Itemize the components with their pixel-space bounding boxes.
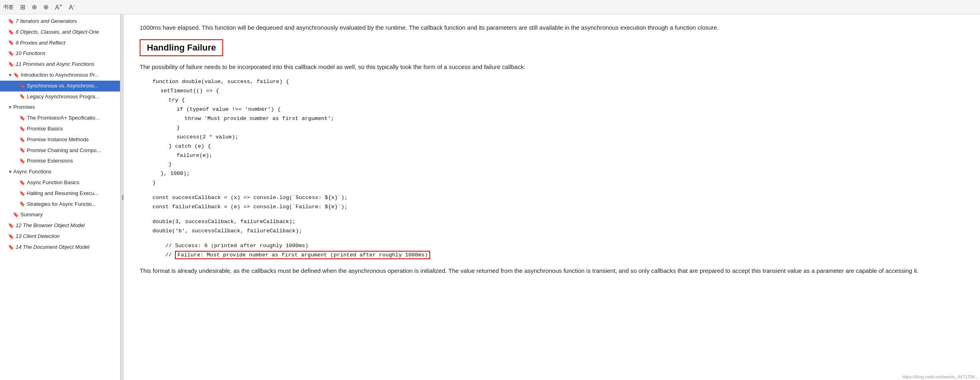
code-line-call1: double(3, successCallback, failureCallba… — [152, 217, 964, 227]
intro-paragraph: 1000ms have elapsed. This function will … — [140, 22, 964, 33]
bookmark-icon-promise-extensions: 🔖 — [19, 157, 25, 165]
toolbar-btn-3[interactable]: ⊕ — [42, 2, 50, 12]
code-line-11: }, 1000); — [152, 169, 964, 179]
sidebar-label-proxies: 9 Proxies and Reflect — [16, 39, 65, 47]
code-block: function double(value, success, failure)… — [140, 77, 964, 188]
toolbar-btn-2[interactable]: ⊕ — [30, 2, 39, 12]
sidebar-label-iterators: 7 Iterators and Generators — [16, 17, 77, 26]
code-line-call2: double('b', successCallback, failureCall… — [152, 227, 964, 236]
sidebar-label-async-functions: Async Functions — [13, 168, 51, 176]
sidebar-item-promise-extensions[interactable]: 🔖Promise Extensions — [0, 156, 120, 167]
output-line-1: // Success: 6 (printed after roughly 100… — [152, 242, 964, 251]
sidebar-label-objects: 8 Objects, Classes, and Object-Orie — [16, 28, 99, 37]
sidebar-label-legacy-async: Legacy Asynchronous Progra... — [27, 93, 100, 101]
bookmark-icon-legacy-async: 🔖 — [19, 93, 25, 100]
para2: This format is already undesirable, as t… — [140, 266, 964, 276]
sidebar-item-promise-basics[interactable]: 🔖Promise Basics — [0, 124, 120, 134]
section-heading: Handling Failure — [140, 39, 223, 56]
bookmark-icon-proxies: 🔖 — [8, 39, 14, 47]
sidebar-label-dom: 14 The Document Object Model — [16, 243, 89, 252]
sidebar-label-promise-basics: Promise Basics — [27, 125, 63, 133]
bookmark-icon-halting: 🔖 — [19, 190, 25, 197]
bookmark-icon-promises: 🔖 — [8, 61, 14, 68]
main-container: 🔖7 Iterators and Generators🔖8 Objects, C… — [0, 14, 980, 380]
sidebar-label-sync-vs-async: Synchronous vs. Asynchrono... — [27, 82, 98, 90]
bookmark-icon-promise-chaining: 🔖 — [19, 146, 25, 154]
sidebar-item-client-detection[interactable]: 🔖13 Client Detection — [0, 231, 120, 242]
bookmark-icon-objects: 🔖 — [8, 28, 14, 36]
code-line-6: } — [152, 124, 964, 133]
code-block-calls: double(3, successCallback, failureCallba… — [140, 217, 964, 236]
bookmark-icon-sync-vs-async: 🔖 — [19, 82, 25, 90]
toolbar-label: 书签 — [3, 4, 14, 11]
sidebar-item-promises[interactable]: 🔖11 Promises and Async Functions — [0, 59, 120, 70]
code-line-cb2: const failureCallback = (e) => console.l… — [152, 203, 964, 212]
code-line-cb1: const successCallback = (x) => console.l… — [152, 193, 964, 203]
sidebar-label-intro-async: Introduction to Asynchronous Pr... — [21, 71, 99, 79]
sidebar-item-objects[interactable]: 🔖8 Objects, Classes, and Object-Orie — [0, 27, 120, 38]
sidebar-item-legacy-async[interactable]: 🔖Legacy Asynchronous Progra... — [0, 91, 120, 102]
bookmark-icon-dom: 🔖 — [8, 244, 14, 251]
output-line-2: // Failure: Must provide number as first… — [152, 251, 964, 260]
toolbar-btn-4[interactable]: A+ — [53, 2, 64, 12]
sidebar-item-dom[interactable]: 🔖14 The Document Object Model — [0, 242, 120, 253]
sidebar-item-async-basics[interactable]: 🔖Async Function Basics — [0, 177, 120, 188]
sidebar-item-browser-obj[interactable]: 🔖12 The Browser Object Model — [0, 220, 120, 231]
bookmark-icon-iterators: 🔖 — [8, 18, 14, 25]
toolbar-btn-1[interactable]: ⊞ — [18, 2, 27, 12]
sidebar-label-promises-spec: The Promises/A+ Specificatio... — [27, 114, 100, 122]
sidebar-label-halting: Halting and Resuming Execu... — [27, 189, 98, 198]
bookmark-icon-promise-basics: 🔖 — [19, 125, 25, 133]
code-line-8: } catch (e) { — [152, 142, 964, 151]
content-area: 1000ms have elapsed. This function will … — [124, 14, 980, 380]
code-line-7: success(2 * value); — [152, 133, 964, 142]
sidebar-label-promise-chaining: Promise Chaining and Compo... — [27, 146, 101, 155]
sidebar-item-intro-async[interactable]: ▼🔖Introduction to Asynchronous Pr... — [0, 70, 120, 81]
sidebar-item-promise-instance[interactable]: 🔖Promise Instance Methods — [0, 134, 120, 145]
sidebar-item-proxies[interactable]: 🔖9 Proxies and Reflect — [0, 38, 120, 49]
output-highlighted: Failure: Must provide number as first ar… — [175, 251, 430, 259]
splitter[interactable]: ▐ — [120, 14, 124, 380]
bookmark-icon-summary: 🔖 — [13, 211, 19, 219]
sidebar-label-strategies: Strategies for Async Functio... — [27, 200, 96, 209]
sidebar-label-promise-extensions: Promise Extensions — [27, 157, 73, 165]
sidebar-item-sync-vs-async[interactable]: 🔖Synchronous vs. Asynchrono... — [0, 81, 120, 91]
code-line-9: failure(e); — [152, 151, 964, 161]
sidebar-item-async-functions[interactable]: ▼Async Functions — [0, 167, 120, 177]
code-line-10: } — [152, 160, 964, 169]
expand-icon-async-functions[interactable]: ▼ — [8, 169, 12, 176]
sidebar-label-client-detection: 13 Client Detection — [16, 232, 60, 241]
code-line-2: setTimeout(() => { — [152, 87, 964, 96]
sidebar-label-promises-section: Promises — [13, 103, 35, 112]
sidebar-item-halting[interactable]: 🔖Halting and Resuming Execu... — [0, 188, 120, 199]
expand-icon-promises-section[interactable]: ▼ — [8, 104, 12, 111]
sidebar-item-promise-chaining[interactable]: 🔖Promise Chaining and Compo... — [0, 145, 120, 156]
code-line-5: throw 'Must provide number as first argu… — [152, 114, 964, 124]
sidebar-item-functions[interactable]: 🔖10 Functions — [0, 48, 120, 59]
sidebar-item-promises-section[interactable]: ▼Promises — [0, 102, 120, 113]
code-line-12: } — [152, 179, 964, 188]
bookmark-icon-intro-async: 🔖 — [13, 71, 19, 79]
expand-icon-intro-async[interactable]: ▼ — [8, 72, 12, 79]
para1: The possibility of failure needs to be i… — [140, 62, 964, 72]
sidebar-label-promises: 11 Promises and Async Functions — [16, 60, 94, 69]
sidebar-label-promise-instance: Promise Instance Methods — [27, 136, 89, 144]
code-block-callbacks: const successCallback = (x) => console.l… — [140, 193, 964, 212]
bookmark-icon-strategies: 🔖 — [19, 200, 25, 208]
sidebar: 🔖7 Iterators and Generators🔖8 Objects, C… — [0, 14, 120, 380]
sidebar-item-promises-spec[interactable]: 🔖The Promises/A+ Specificatio... — [0, 113, 120, 124]
sidebar-label-browser-obj: 12 The Browser Object Model — [16, 221, 85, 230]
toolbar-btn-5[interactable]: A- — [67, 2, 76, 12]
bookmark-icon-functions: 🔖 — [8, 50, 14, 57]
toolbar: 书签 ⊞ ⊕ ⊕ A+ A- — [0, 0, 980, 14]
sidebar-item-iterators[interactable]: 🔖7 Iterators and Generators — [0, 16, 120, 27]
output-block: // Success: 6 (printed after roughly 100… — [140, 242, 964, 260]
bookmark-icon-promises-spec: 🔖 — [19, 114, 25, 122]
sidebar-label-async-basics: Async Function Basics — [27, 179, 79, 187]
code-line-4: if (typeof value !== 'number') { — [152, 105, 964, 114]
code-line-3: try { — [152, 96, 964, 105]
bookmark-icon-client-detection: 🔖 — [8, 233, 14, 240]
sidebar-item-strategies[interactable]: 🔖Strategies for Async Functio... — [0, 199, 120, 210]
sidebar-item-summary[interactable]: 🔖Summary — [0, 209, 120, 220]
sidebar-label-functions: 10 Functions — [16, 49, 45, 58]
